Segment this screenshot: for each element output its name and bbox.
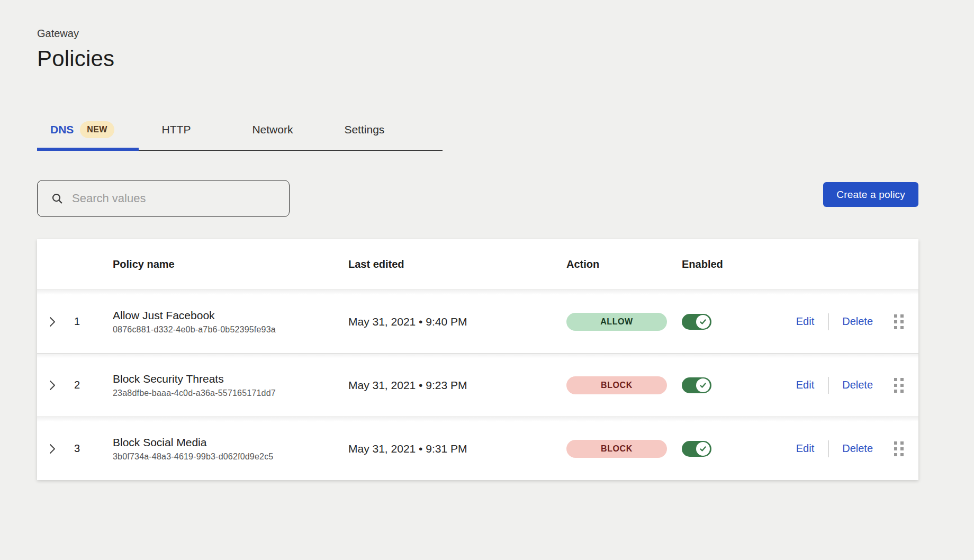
tab-dns[interactable]: DNS NEW [37,121,114,138]
policy-uuid: 0876c881-d332-4e0b-a7b6-0b52395fe93a [113,325,331,335]
action-cell: ALLOW [551,313,664,331]
delete-link[interactable]: Delete [842,315,873,328]
delete-link[interactable]: Delete [842,442,873,455]
column-header-last-edited: Last edited [331,258,551,270]
last-edited-value: May 31, 2021 • 9:40 PM [331,315,551,328]
row-number: 2 [68,379,94,391]
policy-name: Allow Just Facebook [113,309,331,322]
expand-chevron-icon[interactable] [37,317,68,327]
row-number: 3 [68,442,94,455]
drag-handle-icon[interactable] [894,314,904,329]
action-badge-block: BLOCK [566,376,667,394]
tab-settings-label: Settings [344,123,384,136]
link-divider [828,440,828,457]
tab-network-label: Network [252,123,293,136]
search-box[interactable] [37,180,290,217]
toolbar: Create a policy [37,180,918,217]
row-number: 1 [68,315,94,328]
expand-chevron-icon[interactable] [37,444,68,454]
link-divider [828,377,828,394]
enabled-cell [664,314,762,330]
breadcrumb: Gateway [37,28,974,40]
edit-link[interactable]: Edit [796,379,814,391]
table-header-row: Policy name Last edited Action Enabled [37,239,918,290]
policy-name: Block Social Media [113,436,331,449]
row-actions: Edit Delete [762,313,918,330]
tab-settings[interactable]: Settings [344,123,384,136]
drag-handle-icon[interactable] [894,441,904,456]
policy-uuid: 3b0f734a-48a3-4619-99b3-d062f0d9e2c5 [113,452,331,462]
create-policy-button[interactable]: Create a policy [823,182,918,207]
gateway-policies-page: Gateway Policies DNS NEW HTTP Network Se… [0,28,974,560]
page-title: Policies [37,46,974,71]
toggle-knob-check-icon [696,315,710,329]
search-icon [51,192,64,205]
column-header-action: Action [551,258,664,270]
enabled-cell [664,441,762,457]
toggle-knob-check-icon [696,378,710,392]
enabled-toggle[interactable] [682,314,711,330]
policy-name-cell: Block Security Threats 23a8dfbe-baaa-4c0… [94,373,331,398]
drag-handle-icon[interactable] [894,378,904,393]
toggle-knob-check-icon [696,442,710,456]
policy-uuid: 23a8dfbe-baaa-4c0d-a36a-557165171dd7 [113,389,331,398]
tab-dns-label: DNS [50,123,74,136]
action-cell: BLOCK [551,376,664,394]
column-header-policy-name: Policy name [94,258,331,270]
policies-table: Policy name Last edited Action Enabled 1… [37,239,918,480]
action-badge-allow: ALLOW [566,313,667,331]
row-actions: Edit Delete [762,440,918,457]
link-divider [828,313,828,330]
row-actions: Edit Delete [762,377,918,394]
table-row: 3 Block Social Media 3b0f734a-48a3-4619-… [37,417,918,480]
table-row: 1 Allow Just Facebook 0876c881-d332-4e0b… [37,290,918,353]
edit-link[interactable]: Edit [796,442,814,455]
search-input[interactable] [72,192,278,205]
tab-http-label: HTTP [162,123,191,136]
last-edited-value: May 31, 2021 • 9:23 PM [331,379,551,392]
enabled-toggle[interactable] [682,441,711,457]
column-header-enabled: Enabled [664,258,762,270]
enabled-toggle[interactable] [682,377,711,393]
policy-name: Block Security Threats [113,373,331,385]
active-tab-indicator [37,148,139,151]
last-edited-value: May 31, 2021 • 9:31 PM [331,442,551,455]
tab-http[interactable]: HTTP [162,123,191,136]
table-row: 2 Block Security Threats 23a8dfbe-baaa-4… [37,353,918,417]
expand-chevron-icon[interactable] [37,380,68,391]
delete-link[interactable]: Delete [842,379,873,391]
policy-name-cell: Allow Just Facebook 0876c881-d332-4e0b-a… [94,309,331,335]
tab-network[interactable]: Network [252,123,293,136]
action-cell: BLOCK [551,440,664,458]
new-badge: NEW [80,121,114,138]
policy-name-cell: Block Social Media 3b0f734a-48a3-4619-99… [94,436,331,462]
tab-bar: DNS NEW HTTP Network Settings [37,121,443,151]
edit-link[interactable]: Edit [796,315,814,328]
action-badge-block: BLOCK [566,440,667,458]
enabled-cell [664,377,762,393]
